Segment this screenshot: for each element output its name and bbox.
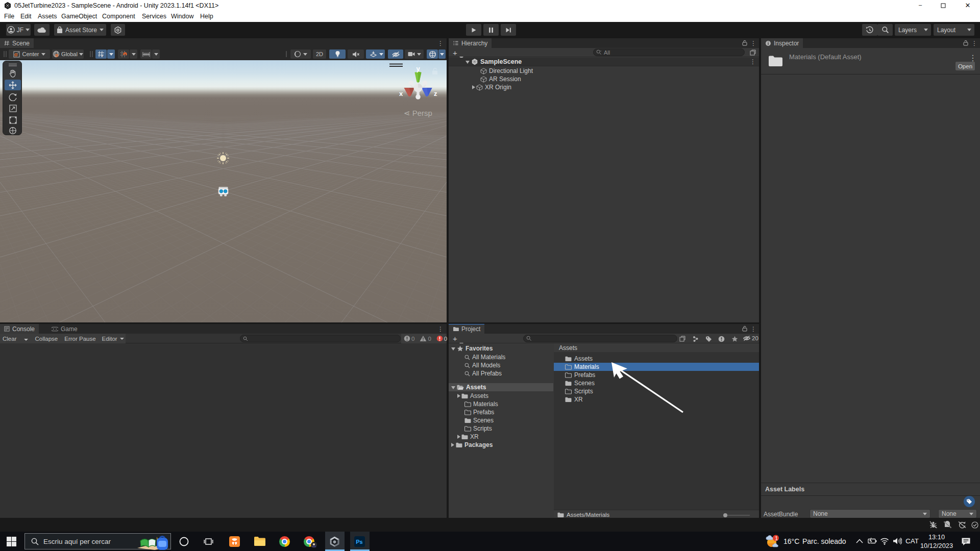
svg-text:1: 1 <box>775 535 778 541</box>
svg-text:x: x <box>399 90 403 97</box>
svg-text:Ps: Ps <box>356 539 362 545</box>
svg-text:y: y <box>416 65 421 72</box>
svg-text:Y: Y <box>101 54 104 58</box>
svg-text:z: z <box>434 90 437 97</box>
